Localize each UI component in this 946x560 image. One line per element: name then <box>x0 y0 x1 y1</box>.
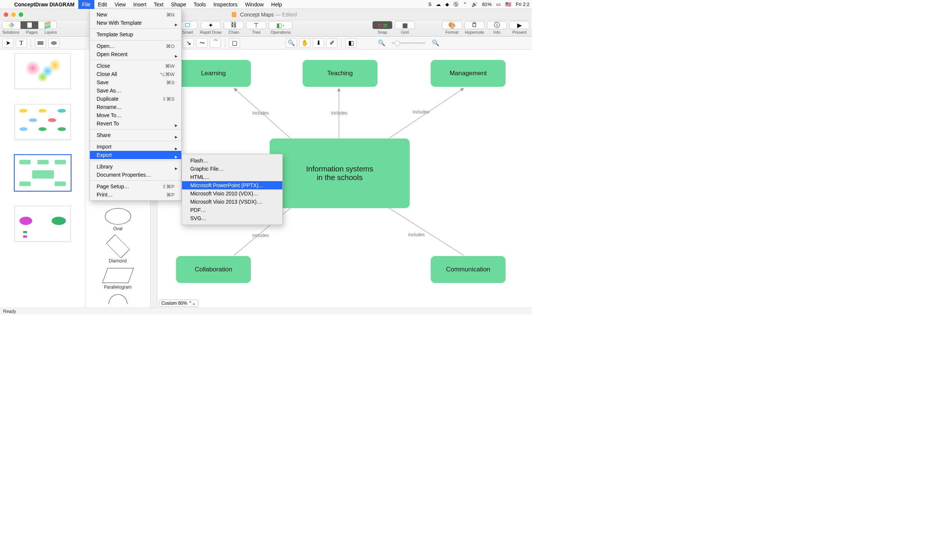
eraser-tool[interactable]: ◧ <box>345 38 356 48</box>
skype-icon[interactable]: Ⓢ <box>453 1 458 8</box>
file-menu-item[interactable]: Library <box>90 163 181 171</box>
file-menu-item[interactable]: Import <box>90 143 181 151</box>
export-menu-item[interactable]: Microsoft Visio 2010 (VDX)… <box>182 189 282 198</box>
menu-tools[interactable]: Tools <box>190 0 210 9</box>
layers-button[interactable] <box>39 22 57 29</box>
solutions-button[interactable] <box>3 22 21 29</box>
file-menu-item[interactable]: Save⌘S <box>90 78 181 86</box>
export-menu-item[interactable]: Microsoft PowerPoint (PPTX)… <box>182 181 282 189</box>
export-menu-item[interactable]: PDF… <box>182 206 282 214</box>
file-menu-item[interactable]: Close⌘W <box>90 62 181 70</box>
page-thumbnails-panel <box>0 49 85 308</box>
menu-inspectors[interactable]: Inspectors <box>210 0 242 9</box>
cloud-icon[interactable]: ☁ <box>436 2 441 7</box>
grid-button[interactable]: ▦ <box>395 22 414 29</box>
file-menu-item[interactable]: Rename… <box>90 103 181 111</box>
present-button[interactable]: ▶ <box>510 22 529 29</box>
battery-percent[interactable]: 81% <box>482 2 492 7</box>
note-tool[interactable]: ▢ <box>229 38 240 48</box>
node-teaching[interactable]: Teaching <box>303 60 377 87</box>
node-collaboration[interactable]: Collaboration <box>176 256 251 283</box>
file-menu-item[interactable]: Duplicate⇧⌘S <box>90 95 181 103</box>
page-thumbnail[interactable] <box>15 206 71 242</box>
format-button[interactable]: 🎨 <box>442 22 462 29</box>
menu-help[interactable]: Help <box>267 0 286 9</box>
window-controls <box>0 12 23 17</box>
shape-diamond[interactable]: Diamond <box>85 234 150 266</box>
text-tool[interactable]: T <box>16 38 27 48</box>
ellipse-tool[interactable] <box>48 38 60 48</box>
pages-button[interactable] <box>21 22 39 29</box>
file-menu-item[interactable]: Revert To <box>90 119 181 128</box>
zoom-level-chip[interactable]: Custom 60%⌃⌄ <box>159 300 199 307</box>
tree-button[interactable]: ⊤ <box>247 22 266 29</box>
app-tray-icon-s[interactable]: S <box>428 2 431 7</box>
node-center[interactable]: Information systems in the schools <box>270 138 410 208</box>
export-menu-item[interactable]: Graphic File… <box>182 165 282 173</box>
page-thumbnail[interactable] <box>15 53 71 89</box>
wifi-icon[interactable]: ⌃ <box>463 2 467 7</box>
file-menu-item[interactable]: New⌘N <box>90 11 181 19</box>
battery-icon[interactable]: ▭ <box>496 2 501 7</box>
app-name[interactable]: ConceptDraw DIAGRAM <box>11 2 78 8</box>
smart-connector-tool[interactable]: ⤳ <box>196 38 208 48</box>
menu-shape[interactable]: Shape <box>167 0 190 9</box>
file-menu-item[interactable]: Save As… <box>90 86 181 95</box>
eyedropper-tool[interactable]: ✐ <box>326 38 337 48</box>
pointer-tool[interactable]: ➤ <box>2 38 14 48</box>
file-menu-item[interactable]: Document Properties… <box>90 171 181 179</box>
diamond-icon[interactable]: ◆ <box>445 2 449 7</box>
page-thumbnail[interactable] <box>15 104 71 140</box>
file-menu-item[interactable]: Close All⌥⌘W <box>90 70 181 78</box>
zoom-tool[interactable]: 🔍 <box>286 38 297 48</box>
clock[interactable]: Fri 2:2 <box>516 2 530 7</box>
flag-icon[interactable]: 🇺🇸 <box>505 2 511 7</box>
shape-circle[interactable] <box>85 292 150 308</box>
file-menu-item[interactable]: Export <box>90 151 181 159</box>
menu-file[interactable]: File <box>78 0 94 9</box>
rect-tool[interactable] <box>35 38 46 48</box>
file-menu-item[interactable]: Page Setup…⇧⌘P <box>90 182 181 191</box>
hypernote-button[interactable]: 🗒 <box>465 22 484 29</box>
rapid-draw-button[interactable]: ✦ <box>201 22 220 29</box>
export-menu-item[interactable]: HTML… <box>182 173 282 181</box>
export-menu-item[interactable]: Microsoft Visio 2013 (VSDX)… <box>182 198 282 206</box>
edge-label: includes <box>331 111 348 116</box>
zoom-slider[interactable] <box>392 42 425 44</box>
minimize-window-button[interactable] <box>11 12 16 17</box>
file-menu-item[interactable]: Open Recent <box>90 50 181 58</box>
file-menu-item[interactable]: Move To… <box>90 111 181 119</box>
lock-tool[interactable]: ⬇ <box>313 38 324 48</box>
file-menu-item[interactable]: New With Template <box>90 19 181 27</box>
menubar: ConceptDraw DIAGRAM FileEditViewInsertTe… <box>0 0 532 9</box>
shape-oval[interactable]: Oval <box>85 206 150 234</box>
zoom-in-button[interactable]: 🔍 <box>430 38 441 48</box>
node-management[interactable]: Management <box>431 60 505 87</box>
snap-button[interactable]: ⊂⊃ <box>373 22 392 29</box>
info-button[interactable]: ⓘ <box>487 22 507 29</box>
menu-insert[interactable]: Insert <box>129 0 150 9</box>
menu-text[interactable]: Text <box>150 0 167 9</box>
export-menu-item[interactable]: Flash… <box>182 157 282 165</box>
operations-button[interactable]: ◧ ⌄ <box>269 22 292 29</box>
arc-tool[interactable]: ⌒ <box>210 38 221 48</box>
export-menu-item[interactable]: SVG… <box>182 214 282 222</box>
zoom-out-button[interactable]: 🔍 <box>376 38 387 48</box>
shape-parallelogram[interactable]: Parallelogram <box>85 266 150 292</box>
file-menu-item[interactable]: Print…⌘P <box>90 191 181 199</box>
page-thumbnail[interactable] <box>15 155 71 191</box>
zoom-window-button[interactable] <box>19 12 23 17</box>
chain-button[interactable]: ⛓ <box>224 22 243 29</box>
close-window-button[interactable] <box>4 12 8 17</box>
menu-view[interactable]: View <box>111 0 129 9</box>
file-menu-item[interactable]: Open…⌘O <box>90 42 181 50</box>
pan-tool[interactable]: ✋ <box>299 38 310 48</box>
node-communication[interactable]: Communication <box>431 256 505 283</box>
menu-window[interactable]: Window <box>241 0 267 9</box>
file-menu-item[interactable]: Template Setup <box>90 30 181 38</box>
node-learning[interactable]: Learning <box>176 60 251 87</box>
menu-edit[interactable]: Edit <box>94 0 111 9</box>
file-menu-item[interactable]: Share <box>90 131 181 139</box>
connector-tool[interactable]: ↘ <box>183 38 194 48</box>
volume-icon[interactable]: 🔊 <box>471 2 478 7</box>
